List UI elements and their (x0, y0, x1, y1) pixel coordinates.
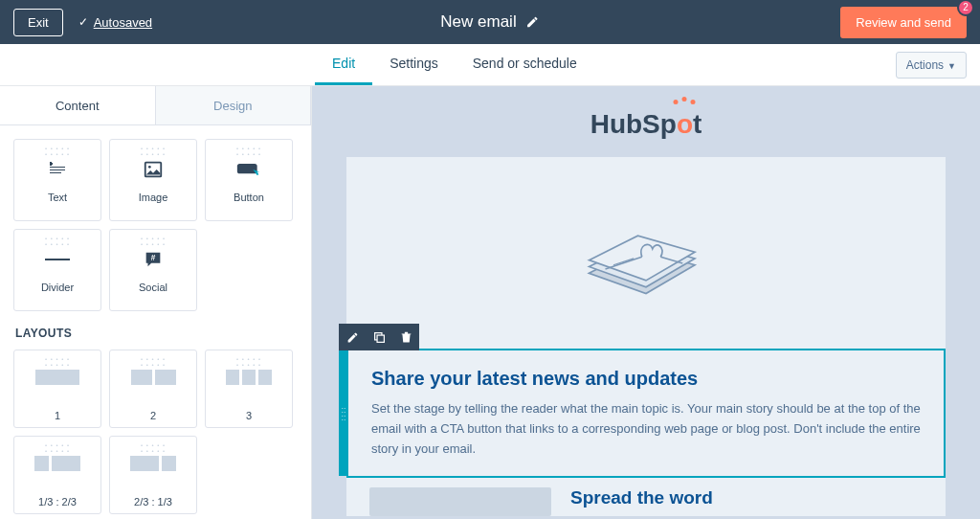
edit-block-button[interactable] (339, 324, 366, 350)
layouts-heading: LAYOUTS (15, 327, 298, 340)
drag-dots-icon: • • • • •• • • • • (141, 356, 166, 368)
review-badge: 2 (957, 0, 974, 16)
content-paragraph: Set the stage by telling the reader what… (371, 399, 921, 459)
block-image[interactable]: • • • • •• • • • • Image (109, 139, 197, 221)
block-text[interactable]: • • • • •• • • • • Text (13, 139, 101, 221)
block-divider-label: Divider (41, 282, 74, 293)
drag-dots-icon: • • • • •• • • • • (45, 442, 70, 454)
edit-title-icon[interactable] (526, 15, 540, 29)
drag-dots-icon: • • • • •• • • • • (45, 146, 70, 157)
layout-label: 1/3 : 2/3 (38, 496, 77, 508)
social-icon: # (141, 247, 166, 272)
review-label: Review and send (856, 15, 951, 30)
tab-edit[interactable]: Edit (315, 44, 372, 85)
page-title: New email (440, 12, 516, 32)
drag-dots-icon: • • • • •• • • • • (141, 146, 166, 157)
layout-1col[interactable]: • • • • •• • • • • 1 (13, 350, 101, 428)
content-heading: Share your latest news and updates (371, 368, 921, 390)
spread-image-placeholder (369, 487, 551, 516)
svg-text:#: # (151, 254, 156, 262)
layout-label: 1 (55, 410, 60, 421)
panel-tab-content[interactable]: Content (0, 86, 155, 125)
drag-dots-icon: • • • • •• • • • • (236, 146, 261, 157)
button-icon (236, 157, 261, 182)
block-button-label: Button (234, 192, 264, 203)
drag-dots-icon: • • • • •• • • • • (141, 442, 166, 454)
drag-dots-icon: • • • • •• • • • • (45, 236, 70, 247)
drag-dots-icon: • • • • •• • • • • (236, 356, 261, 368)
block-button[interactable]: • • • • •• • • • • Button (205, 139, 293, 221)
layout-label: 2/3 : 1/3 (134, 496, 172, 508)
actions-label: Actions (906, 58, 944, 72)
autosaved-indicator[interactable]: ✓ Autosaved (78, 15, 152, 30)
block-text-label: Text (48, 192, 67, 203)
divider-icon (45, 247, 70, 272)
layout-label: 2 (150, 410, 156, 421)
svg-point-1 (148, 166, 151, 169)
pencil-icon (346, 331, 359, 344)
layout-1-3-2-3[interactable]: • • • • •• • • • • 1/3 : 2/3 (13, 436, 101, 514)
text-icon (45, 157, 70, 182)
spread-heading: Spread the word (570, 487, 713, 508)
block-image-label: Image (139, 192, 168, 203)
exit-button[interactable]: Exit (13, 9, 63, 36)
layout-2-3-1-3[interactable]: • • • • •• • • • • 2/3 : 1/3 (109, 436, 197, 514)
tab-settings[interactable]: Settings (372, 44, 456, 85)
drag-dots-icon: • • • • •• • • • • (141, 236, 166, 247)
clone-block-button[interactable] (366, 324, 392, 350)
block-divider[interactable]: • • • • •• • • • • Divider (13, 229, 101, 311)
layout-3col[interactable]: • • • • •• • • • • 3 (205, 350, 293, 428)
block-drag-handle[interactable]: ········ (339, 350, 348, 476)
panel-tab-design[interactable]: Design (155, 86, 312, 125)
delete-block-button[interactable] (392, 324, 419, 350)
tab-send-or-schedule[interactable]: Send or schedule (456, 44, 594, 85)
selected-content-block[interactable]: ········ Share your latest news and upda… (346, 349, 946, 478)
layout-2col[interactable]: • • • • •• • • • • 2 (109, 350, 197, 428)
check-icon: ✓ (78, 15, 88, 29)
chevron-down-icon: ▼ (947, 61, 956, 71)
block-social-label: Social (139, 282, 167, 293)
copy-icon (373, 331, 386, 344)
layout-label: 3 (246, 410, 252, 421)
image-icon (141, 157, 166, 182)
hubspot-logo: HubSpot (312, 86, 980, 157)
trash-icon (400, 331, 412, 344)
svg-rect-8 (377, 335, 384, 342)
actions-dropdown[interactable]: Actions▼ (896, 52, 967, 79)
block-social[interactable]: • • • • •• • • • • # Social (109, 229, 197, 311)
hero-illustration (346, 157, 946, 349)
review-and-send-button[interactable]: Review and send 2 (840, 7, 967, 38)
drag-dots-icon: • • • • •• • • • • (45, 356, 70, 368)
svg-rect-2 (237, 164, 257, 173)
autosaved-label: Autosaved (94, 15, 152, 30)
